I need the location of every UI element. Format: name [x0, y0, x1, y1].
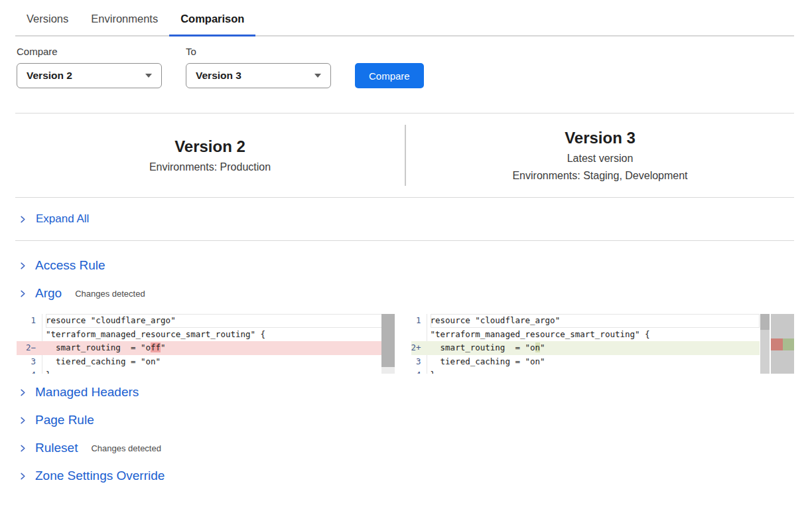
chevron-right-icon — [19, 444, 27, 453]
compare-to-field: To Version 3 — [186, 46, 331, 88]
compare-from-select[interactable]: Version 2 — [17, 63, 162, 88]
code-text: } — [431, 368, 760, 374]
compare-button[interactable]: Compare — [355, 63, 424, 88]
code-text: resource "cloudflare_argo" — [431, 314, 760, 328]
tab-bar: Versions Environments Comparison — [15, 0, 794, 37]
compare-form: Compare Version 2 To Version 3 Compare — [17, 46, 794, 88]
section-argo[interactable]: Argo Changes detected — [15, 285, 794, 302]
left-version-environments: Environments: Production — [149, 161, 271, 173]
section-label: Access Rule — [35, 258, 105, 273]
version-right-column: Version 3 Latest version Environments: S… — [406, 129, 794, 182]
right-pane-scrollbar[interactable] — [760, 314, 770, 374]
compare-from-value: Version 2 — [27, 70, 72, 82]
code-text: resource "cloudflare_argo" — [46, 314, 395, 328]
section-label: Page Rule — [35, 413, 94, 427]
diff-line: "terraform_managed_resource_smart_routin… — [17, 328, 395, 342]
diff-right-code: 1resource "cloudflare_argo""terraform_ma… — [411, 314, 760, 374]
code-text: tiered_caching = "on" — [46, 355, 395, 369]
diff-line: 1resource "cloudflare_argo" — [17, 314, 395, 328]
compare-label: Compare — [17, 46, 162, 57]
code-text: } — [46, 368, 395, 374]
left-version-title: Version 2 — [174, 137, 245, 156]
compare-to-value: Version 3 — [196, 70, 241, 82]
diff-line: 4} — [411, 368, 760, 374]
word-diff-highlight: ff — [151, 342, 161, 352]
line-number: 3 — [17, 355, 42, 369]
right-version-environments: Environments: Staging, Development — [512, 170, 687, 182]
scrollbar-thumb[interactable] — [381, 314, 395, 367]
sections-list: Access Rule Argo Changes detected 1resou… — [15, 257, 794, 485]
diff-right-pane: 1resource "cloudflare_argo""terraform_ma… — [411, 314, 795, 374]
compare-to-select[interactable]: Version 3 — [186, 63, 331, 88]
section-managed-headers[interactable]: Managed Headers — [15, 384, 794, 401]
right-version-title: Version 3 — [565, 129, 636, 147]
to-label: To — [186, 46, 331, 57]
word-diff-highlight: n — [535, 342, 541, 352]
compare-from-field: Compare Version 2 — [17, 46, 162, 88]
scrollbar-thumb[interactable] — [760, 314, 770, 330]
code-text: smart_routing = "on" — [431, 341, 760, 355]
diff-left-pane: 1resource "cloudflare_argo""terraform_ma… — [17, 314, 395, 374]
section-access-rule[interactable]: Access Rule — [15, 257, 794, 274]
left-pane-scrollbar[interactable] — [381, 314, 395, 374]
line-number: 4 — [17, 368, 42, 374]
section-label: Managed Headers — [35, 385, 139, 400]
line-number — [411, 328, 427, 342]
section-zone-settings-override[interactable]: Zone Settings Override — [15, 467, 794, 485]
chevron-right-icon — [19, 388, 27, 397]
expand-all-label: Expand All — [36, 212, 89, 226]
line-number — [17, 328, 42, 342]
code-text: "terraform_managed_resource_smart_routin… — [46, 328, 395, 342]
chevron-right-icon — [19, 472, 27, 481]
minimap-added-marker — [783, 338, 794, 350]
diff-line: 4} — [17, 368, 395, 374]
expand-all-button[interactable]: Expand All — [15, 198, 794, 241]
code-text: tiered_caching = "on" — [431, 355, 760, 369]
line-number: 2+ — [411, 341, 427, 355]
diff-left-code: 1resource "cloudflare_argo""terraform_ma… — [17, 314, 395, 374]
line-number: 1 — [17, 314, 42, 328]
section-label: Argo — [35, 286, 62, 301]
changes-detected-badge: Changes detected — [91, 443, 161, 453]
chevron-right-icon — [19, 416, 27, 425]
diff-line: 3 tiered_caching = "on" — [17, 355, 395, 369]
code-text: smart_routing = "off" — [46, 341, 395, 355]
chevron-right-icon — [19, 215, 27, 224]
chevron-right-icon — [19, 262, 27, 270]
diff-line: 3 tiered_caching = "on" — [411, 355, 760, 369]
section-page-rule[interactable]: Page Rule — [15, 411, 794, 429]
line-number: 4 — [411, 368, 427, 374]
diff-line: "terraform_managed_resource_smart_routin… — [411, 328, 760, 342]
version-left-column: Version 2 Environments: Production — [15, 137, 405, 173]
diff-line: 1resource "cloudflare_argo" — [411, 314, 760, 328]
right-version-latest-label: Latest version — [567, 153, 634, 165]
code-text: "terraform_managed_resource_smart_routin… — [431, 328, 760, 342]
chevron-down-icon — [314, 74, 321, 78]
line-number: 3 — [411, 355, 427, 369]
diff-line: 2− smart_routing = "off" — [17, 341, 395, 355]
chevron-right-icon — [19, 289, 27, 298]
chevron-down-icon — [145, 74, 152, 78]
section-label: Zone Settings Override — [35, 469, 165, 483]
version-header: Version 2 Environments: Production Versi… — [15, 113, 794, 198]
section-ruleset[interactable]: Ruleset Changes detected — [15, 439, 794, 457]
minimap-removed-marker — [771, 338, 783, 350]
comparison-page: Versions Environments Comparison Compare… — [0, 0, 812, 485]
line-number: 1 — [411, 314, 427, 328]
section-label: Ruleset — [35, 441, 78, 455]
diff-line: 2+ smart_routing = "on" — [411, 341, 760, 355]
tab-environments[interactable]: Environments — [80, 0, 169, 35]
line-number: 2− — [17, 341, 42, 355]
tab-versions[interactable]: Versions — [15, 0, 80, 35]
diff-minimap[interactable] — [771, 314, 794, 374]
changes-detected-badge: Changes detected — [75, 289, 145, 299]
argo-diff-viewer: 1resource "cloudflare_argo""terraform_ma… — [17, 314, 794, 374]
tab-comparison[interactable]: Comparison — [169, 0, 255, 35]
